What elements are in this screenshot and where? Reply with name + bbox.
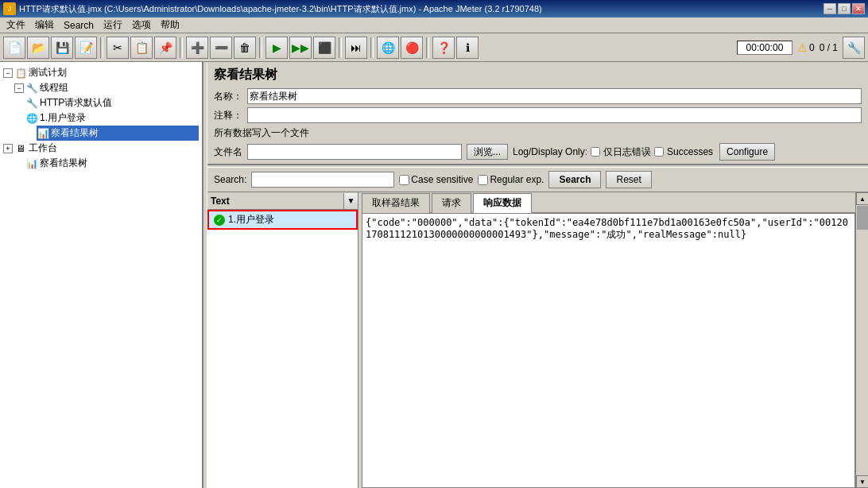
timer-display: 00:00:00 (737, 41, 792, 55)
toolbar: 📄 📂 💾 📝 ✂ 📋 📌 ➕ ➖ 🗑 ▶ ▶▶ ⬛ ⏭ 🌐 🔴 ❓ ℹ 00:… (0, 33, 868, 62)
results-left: Text ▼ ✓ 1.用户登录 (207, 192, 358, 488)
log-display-row: Log/Display Only: 仅日志错误 Successes Config… (513, 143, 775, 161)
label-result-tree-1: 察看结果树 (51, 126, 99, 140)
tree-node-user-login[interactable]: 🌐 1.用户登录 (25, 110, 199, 126)
label-workbench: 工作台 (29, 141, 57, 155)
runall-button[interactable]: ▶▶ (289, 37, 312, 59)
tree-node-http-defaults[interactable]: 🔧 HTTP请求默认值 (25, 95, 199, 110)
scroll-track[interactable] (856, 205, 868, 475)
add-button[interactable]: ➕ (186, 37, 208, 59)
open-button[interactable]: 📂 (27, 37, 49, 59)
right-panel: 察看结果树 名称： 注释： 所有数据写入一个文件 文件名 浏览... Log/D… (207, 62, 868, 488)
scroll-down-button[interactable]: ▼ (856, 475, 868, 488)
close-button[interactable]: ✕ (852, 3, 865, 14)
results-list: ✓ 1.用户登录 (207, 210, 358, 488)
expand-workbench[interactable]: + (3, 144, 13, 153)
search-button[interactable]: Search (548, 171, 601, 188)
toolbar-sep-3 (259, 37, 262, 58)
tree-node-workbench[interactable]: + 🖥 工作台 (3, 141, 199, 156)
stop-button[interactable]: ⬛ (313, 37, 335, 59)
browse-button[interactable]: 浏览... (467, 144, 508, 160)
search-label: Search: (214, 174, 246, 185)
tree-node-result-tree-1[interactable]: 📊 察看结果树 (37, 126, 199, 141)
search-bar: Search: Case sensitive Regular exp. Sear… (207, 168, 868, 192)
tab-response-data[interactable]: 响应数据 (473, 193, 532, 213)
reset-button[interactable]: Reset (606, 171, 651, 188)
configure-button[interactable]: Configure (719, 143, 775, 161)
config-button[interactable]: 🔧 (843, 37, 865, 59)
tab-sampler-result[interactable]: 取样器结果 (362, 193, 430, 213)
help-button[interactable]: ❓ (432, 37, 455, 59)
menu-bar: 文件 编辑 Search 运行 选项 帮助 (0, 17, 868, 33)
maximize-button[interactable]: □ (838, 3, 851, 14)
results-area: Text ▼ ✓ 1.用户登录 取样器结果 请求 (207, 192, 868, 488)
results-header: Text ▼ (207, 192, 358, 210)
saveas-button[interactable]: 📝 (75, 37, 97, 59)
icon-test-plan: 📋 (14, 67, 27, 79)
run-button[interactable]: ▶ (265, 37, 288, 59)
left-panel: − 📋 测试计划 − 🔧 线程组 🔧 HTTP请求默认值 🌐 1.用户登录 (0, 62, 203, 488)
toolbar-sep-1 (100, 37, 103, 58)
log-errors-checkbox[interactable] (591, 147, 600, 157)
copy-button[interactable]: 📋 (130, 37, 153, 59)
tree-node-result-tree-2[interactable]: 📊 察看结果树 (25, 156, 199, 171)
new-button[interactable]: 📄 (3, 37, 25, 59)
info-button[interactable]: ℹ (456, 37, 479, 59)
menu-search[interactable]: Search (59, 18, 99, 33)
name-input[interactable] (247, 88, 862, 104)
icon-result-tree-1: 📊 (37, 127, 49, 140)
remote-start-button[interactable]: 🌐 (377, 37, 399, 59)
save-button[interactable]: 💾 (51, 37, 73, 59)
minimize-button[interactable]: ─ (823, 3, 836, 14)
col-text-label: Text (207, 194, 343, 208)
warning-area: ⚠ 0 (797, 41, 815, 54)
panel-title: 察看结果树 (214, 67, 862, 83)
regex-label: Regular exp. (490, 174, 544, 185)
scroll-up-button[interactable]: ▲ (856, 192, 868, 205)
menu-help[interactable]: 帮助 (156, 17, 184, 33)
paste-button[interactable]: 📌 (154, 37, 176, 59)
step-button[interactable]: ⏭ (345, 37, 367, 59)
tab-request[interactable]: 请求 (432, 193, 471, 213)
clear-button[interactable]: 🗑 (234, 37, 256, 59)
result-icon-0: ✓ (214, 215, 225, 226)
remove-button[interactable]: ➖ (210, 37, 232, 59)
regex-checkbox[interactable] (478, 175, 488, 185)
name-label: 名称： (214, 90, 242, 103)
result-item-0[interactable]: ✓ 1.用户登录 (207, 210, 358, 230)
successes-checkbox[interactable] (654, 147, 664, 157)
icon-http-defaults: 🔧 (25, 97, 38, 110)
menu-options[interactable]: 选项 (127, 17, 156, 33)
tree-area: − 📋 测试计划 − 🔧 线程组 🔧 HTTP请求默认值 🌐 1.用户登录 (0, 62, 202, 174)
label-http-defaults: HTTP请求默认值 (40, 96, 112, 110)
expand-thread-group[interactable]: − (14, 83, 24, 93)
icon-user-login: 🌐 (25, 112, 38, 125)
tree-node-test-plan[interactable]: − 📋 测试计划 (3, 65, 199, 80)
comment-input[interactable] (247, 107, 862, 123)
file-input[interactable] (247, 144, 462, 160)
label-thread-group: 线程组 (40, 81, 68, 95)
menu-run[interactable]: 运行 (99, 17, 127, 33)
log-errors-label: 仅日志错误 (603, 145, 651, 159)
remote-stop-button[interactable]: 🔴 (401, 37, 423, 59)
col-dropdown-button[interactable]: ▼ (343, 193, 358, 209)
scroll-thumb[interactable] (857, 206, 868, 230)
comment-row: 注释： (214, 107, 862, 123)
menu-file[interactable]: 文件 (2, 17, 30, 33)
tree-node-thread-group[interactable]: − 🔧 线程组 (14, 80, 199, 95)
title-bar-controls[interactable]: ─ □ ✕ (823, 3, 865, 14)
cut-button[interactable]: ✂ (107, 37, 129, 59)
menu-edit[interactable]: 编辑 (30, 17, 59, 33)
regex-check: Regular exp. (478, 174, 544, 185)
comment-label: 注释： (214, 109, 242, 122)
icon-thread-group: 🔧 (25, 82, 38, 95)
file-row: 文件名 浏览... Log/Display Only: 仅日志错误 Succes… (214, 143, 862, 161)
expand-test-plan[interactable]: − (3, 68, 13, 78)
search-input[interactable] (251, 172, 394, 188)
case-sensitive-checkbox[interactable] (399, 175, 409, 185)
label-result-tree-2: 察看结果树 (40, 157, 87, 170)
title-bar-left: J HTTP请求默认值.jmx (C:\Users\Administrator\… (3, 2, 542, 15)
label-user-login: 1.用户登录 (40, 111, 86, 125)
toolbar-right: 00:00:00 ⚠ 0 0 / 1 🔧 (737, 37, 865, 59)
response-content: {"code":"000000","data":{"tokenId":"ea4e… (366, 217, 848, 240)
